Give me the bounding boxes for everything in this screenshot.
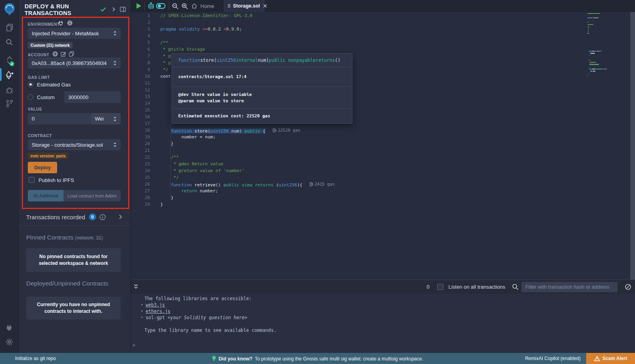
line-number: 6: [138, 46, 150, 53]
code-line[interactable]: 26 function retrieve() public view retur…: [131, 181, 635, 188]
line-number: 18: [138, 127, 150, 134]
code-line[interactable]: 21: [131, 147, 635, 154]
value-unit-select[interactable]: Wei: [91, 113, 121, 125]
code-line[interactable]: 20 }: [131, 140, 635, 147]
terminal-tx-count: 0: [427, 284, 429, 290]
deploy-button[interactable]: Deploy: [28, 162, 57, 173]
did-you-know-tip: Did you know?To prototype using the Gnos…: [212, 356, 423, 362]
solidity-compiler-icon[interactable]: [0, 56, 19, 67]
copilot-toggle[interactable]: [156, 3, 165, 10]
tooltip-gas-cost: Estimated execution cost: 22520 gas: [172, 108, 352, 123]
code-line[interactable]: 2: [131, 19, 635, 26]
terminal-line: Type the library name to see available c…: [144, 327, 276, 333]
copilot-status[interactable]: RemixAI Copilot (enabled): [525, 356, 581, 361]
at-address-button[interactable]: At Address: [28, 190, 64, 201]
minimap[interactable]: [587, 12, 619, 80]
code-line[interactable]: 25 */: [131, 174, 635, 181]
ethers-link[interactable]: ethers.js: [146, 308, 170, 314]
search-icon[interactable]: [0, 38, 19, 46]
line-number: 21: [138, 147, 150, 154]
icon-rail: [0, 0, 19, 353]
git-icon[interactable]: [0, 99, 19, 108]
value-label: VALUE: [28, 107, 42, 111]
code-line[interactable]: 4: [131, 33, 635, 39]
code-line[interactable]: 1// SPDX-License-Identifier: GPL-3.0: [131, 12, 635, 19]
transaction-filter-input[interactable]: [521, 282, 618, 292]
code-line[interactable]: 27 return number;: [131, 188, 635, 194]
publish-ipfs-label[interactable]: Publish to IPFS: [38, 177, 74, 183]
terminal-prompt[interactable]: >: [133, 342, 135, 349]
environment-select[interactable]: Injected Provider - MetaMask: [28, 28, 121, 39]
code-line[interactable]: 29}: [131, 201, 635, 208]
transactions-info-icon[interactable]: [100, 214, 106, 220]
zoom-out-icon[interactable]: [172, 3, 179, 11]
ai-copilot-icon[interactable]: [148, 2, 154, 11]
code-line[interactable]: 5/**: [131, 39, 635, 46]
git-init-button[interactable]: Initialize as git repo: [15, 356, 56, 361]
estimated-gas-radio[interactable]: [28, 82, 33, 87]
account-select[interactable]: 0xA03...85ac4 (0.398673504934: [28, 57, 121, 69]
code-line[interactable]: 28 }: [131, 194, 635, 201]
scam-alert-button[interactable]: Scam Alert: [586, 353, 635, 364]
transactions-expand-icon[interactable]: [119, 214, 122, 221]
code-line[interactable]: 18 function store(uint256 num) public {2…: [131, 127, 635, 134]
line-number: 13: [138, 93, 150, 100]
terminal-line: •sol-gpt <your Solidity question here>: [140, 314, 247, 321]
code-line[interactable]: 22 /**: [131, 154, 635, 161]
pin-panel-icon[interactable]: [120, 6, 126, 13]
pinned-empty-message: No pinned contracts found forselected wo…: [26, 248, 121, 272]
line-number: 26: [138, 181, 150, 188]
line-number: 23: [138, 161, 150, 167]
settings-gear-icon[interactable]: [0, 338, 19, 346]
line-number: 14: [138, 100, 150, 107]
gas-estimate-widget: 2415 gas: [310, 181, 335, 188]
publish-ipfs-checkbox[interactable]: [29, 177, 35, 183]
collapse-chevron-icon[interactable]: [112, 6, 115, 13]
panel-divider: [19, 225, 131, 226]
tab-storage-sol[interactable]: S Storage.sol ✕: [224, 0, 264, 12]
value-input[interactable]: [28, 113, 91, 125]
contract-select[interactable]: Storage - contracts/Storage.sol: [28, 139, 121, 150]
line-number: 29: [138, 201, 150, 208]
tab-home[interactable]: Home: [187, 0, 224, 12]
fork-state-icon[interactable]: [58, 21, 63, 28]
file-explorer-icon[interactable]: [0, 23, 19, 32]
code-line[interactable]: 19 number = num;: [131, 134, 635, 140]
listen-transactions-checkbox[interactable]: [437, 284, 443, 290]
environment-info-icon[interactable]: [67, 20, 73, 27]
terminal-output[interactable]: The following libraries are accessible: …: [131, 294, 635, 353]
line-number: 22: [138, 154, 150, 161]
lightbulb-icon: [212, 356, 216, 362]
editor-scrollbar[interactable]: [630, 12, 635, 280]
close-tab-icon[interactable]: ✕: [263, 3, 267, 9]
line-number: 28: [138, 194, 150, 201]
clear-console-icon[interactable]: [625, 284, 631, 292]
plugin-manager-icon[interactable]: [0, 323, 19, 332]
custom-gas-label[interactable]: Custom: [37, 94, 55, 100]
line-number: 16: [138, 113, 150, 120]
terminal-collapse-icon[interactable]: [133, 284, 139, 291]
line-number: 25: [138, 174, 150, 181]
custom-gas-radio[interactable]: [28, 94, 33, 100]
estimated-gas-label[interactable]: Estimated Gas: [37, 82, 71, 88]
remix-logo-icon[interactable]: [0, 2, 19, 16]
line-number: 19: [138, 134, 150, 140]
line-number: 1: [138, 12, 150, 19]
debugger-icon[interactable]: [0, 86, 19, 94]
deployed-contracts-title: Deployed/Unpinned Contracts: [26, 280, 108, 287]
web3-link[interactable]: web3.js: [146, 302, 165, 308]
code-line[interactable]: 23 * @dev Return value: [131, 161, 635, 167]
run-script-icon[interactable]: [136, 3, 142, 11]
at-address-input[interactable]: [64, 190, 121, 201]
line-number: 17: [138, 120, 150, 127]
deploy-run-icon[interactable]: [0, 71, 19, 80]
listen-transactions-label[interactable]: Listen on all transactions: [448, 284, 505, 290]
custom-gas-input[interactable]: [64, 91, 121, 103]
code-line[interactable]: 6 * @title Storage: [131, 46, 635, 53]
line-number: 27: [138, 188, 150, 194]
code-line[interactable]: 24 * @return value of 'number': [131, 167, 635, 174]
code-editor[interactable]: 1// SPDX-License-Identifier: GPL-3.023pr…: [131, 12, 635, 280]
line-number: 2: [138, 19, 150, 26]
panel-title: DEPLOY & RUNTRANSACTIONS: [25, 3, 71, 17]
code-line[interactable]: 3pragma solidity >=0.8.2 <0.9.0;: [131, 26, 635, 33]
